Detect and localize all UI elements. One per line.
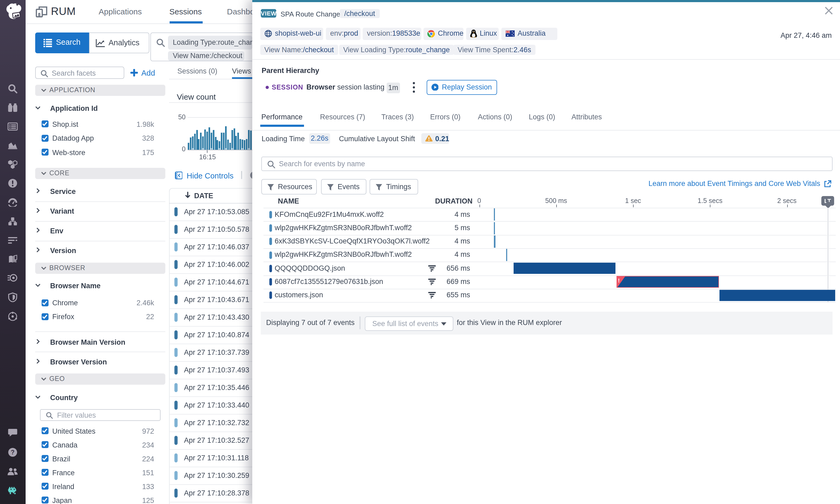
svg-text:?: ? [11, 449, 14, 456]
